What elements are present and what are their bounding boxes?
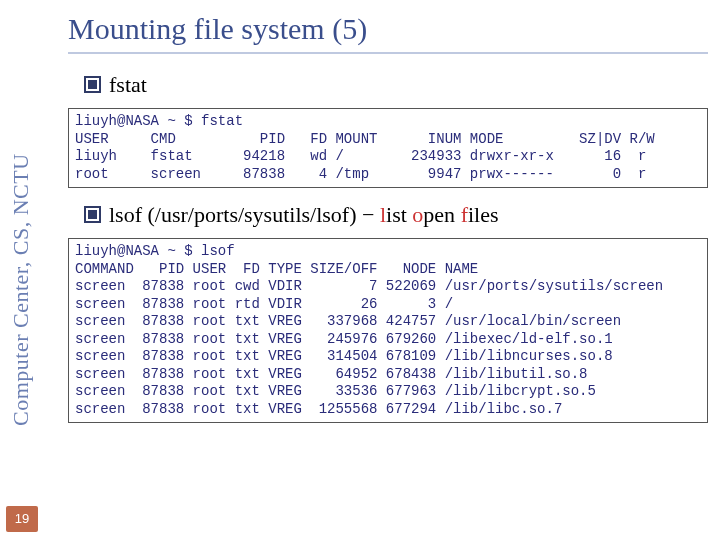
page-title: Mounting file system (5) [68,12,708,46]
fstat-prompt: liuyh@NASA ~ $ fstat [75,113,243,129]
slide-content: Mounting file system (5) fstat liuyh@NAS… [68,12,708,528]
square-bullet-icon [84,76,101,93]
page-number: 19 [6,506,38,532]
slide: Computer Center, CS, NCTU 19 Mounting fi… [0,0,720,540]
bullet-fstat: fstat [84,72,708,98]
lsof-row: screen 87838 root txt VREG 337968 424757… [75,313,621,329]
lsof-row: screen 87838 root txt VREG 1255568 67729… [75,401,562,417]
fstat-row: liuyh fstat 94218 wd / 234933 drwxr-xr-x… [75,148,646,164]
fstat-header: USER CMD PID FD MOUNT INUM MODE SZ|DV R/… [75,131,655,147]
bullet-lsof: lsof (/usr/ports/sysutils/lsof) − list o… [84,202,708,228]
lsof-row: screen 87838 root rtd VDIR 26 3 / [75,296,453,312]
lsof-row: screen 87838 root txt VREG 64952 678438 … [75,366,587,382]
title-rule [68,52,708,54]
fstat-row: root screen 87838 4 /tmp 9947 prwx------… [75,166,646,182]
lsof-row: screen 87838 root txt VREG 33536 677963 … [75,383,596,399]
lsof-row: screen 87838 root txt VREG 314504 678109… [75,348,613,364]
bullet-lsof-text: lsof (/usr/ports/sysutils/lsof) − list o… [109,202,499,227]
bullet-fstat-text: fstat [109,72,147,97]
lsof-header: COMMAND PID USER FD TYPE SIZE/OFF NODE N… [75,261,478,277]
sidebar-label: Computer Center, CS, NCTU [8,6,40,426]
fstat-output: liuyh@NASA ~ $ fstat USER CMD PID FD MOU… [68,108,708,188]
lsof-row: screen 87838 root cwd VDIR 7 522069 /usr… [75,278,663,294]
lsof-output: liuyh@NASA ~ $ lsof COMMAND PID USER FD … [68,238,708,423]
lsof-prompt: liuyh@NASA ~ $ lsof [75,243,235,259]
lsof-row: screen 87838 root txt VREG 245976 679260… [75,331,613,347]
square-bullet-icon [84,206,101,223]
